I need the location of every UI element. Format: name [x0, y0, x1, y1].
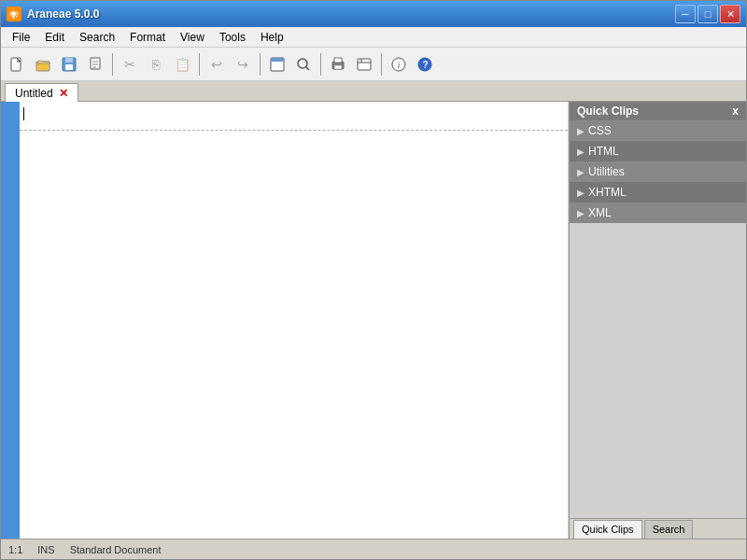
title-bar-left: 🕷 Araneae 5.0.0 [7, 7, 99, 21]
svg-text:?: ? [423, 60, 429, 70]
menu-view[interactable]: View [173, 29, 212, 46]
undo-button[interactable]: ↩ [204, 52, 229, 77]
footer-tab-clips[interactable]: Quick Clips [573, 520, 642, 539]
quick-clips-close[interactable]: x [732, 105, 739, 118]
sidebar-item-label-xml: XML [588, 206, 612, 219]
cut-button[interactable]: ✂ [118, 52, 142, 77]
svg-line-12 [306, 67, 309, 70]
sidebar-item-xhtml[interactable]: ▶ XHTML [570, 182, 746, 203]
copy-button[interactable]: ⎘ [144, 52, 168, 77]
main-area: Quick Clips x ▶ CSS ▶ HTML ▶ Utilities ▶ [1, 102, 746, 539]
sidebar-item-css[interactable]: ▶ CSS [570, 120, 746, 141]
separator-3 [260, 53, 261, 76]
svg-rect-15 [334, 65, 342, 69]
menu-tools[interactable]: Tools [212, 29, 253, 46]
editor-pane[interactable] [20, 102, 569, 539]
svg-rect-3 [65, 58, 73, 63]
tab-untitled[interactable]: Untitled ✕ [5, 83, 78, 102]
arrow-icon-html: ▶ [577, 147, 585, 157]
title-bar: 🕷 Araneae 5.0.0 ─ □ ✕ [1, 1, 746, 27]
tab-close-button[interactable]: ✕ [59, 87, 68, 100]
sidebar-item-label-xhtml: XHTML [588, 186, 627, 199]
app-icon: 🕷 [7, 7, 21, 21]
quick-clips-items: ▶ CSS ▶ HTML ▶ Utilities ▶ XHTML ▶ XML [570, 120, 746, 223]
cursor-position: 1:1 [8, 544, 22, 555]
menu-format[interactable]: Format [122, 29, 173, 46]
quick-clips-footer: Quick Clips Search [570, 518, 746, 539]
text-cursor [23, 107, 24, 120]
quick-clips-title: Quick Clips [577, 105, 639, 118]
help-button[interactable]: ? [413, 52, 437, 77]
minimize-button[interactable]: ─ [675, 5, 696, 23]
quick-clips-body [570, 223, 746, 518]
menu-file[interactable]: File [5, 29, 37, 46]
main-window: 🕷 Araneae 5.0.0 ─ □ ✕ File Edit Search F… [0, 0, 747, 560]
sidebar-item-label-css: CSS [588, 124, 612, 137]
print-preview-button[interactable] [83, 52, 107, 77]
quick-clips-panel: Quick Clips x ▶ CSS ▶ HTML ▶ Utilities ▶ [569, 102, 746, 539]
open-button[interactable] [31, 52, 55, 77]
svg-point-11 [298, 59, 307, 68]
new-button[interactable] [5, 52, 29, 77]
menu-bar: File Edit Search Format View Tools Help [1, 27, 746, 48]
svg-rect-10 [271, 58, 284, 62]
tab-bar: Untitled ✕ [1, 81, 746, 102]
separator-5 [381, 53, 382, 76]
document-type: Standard Document [70, 544, 162, 555]
tab-label: Untitled [15, 87, 53, 100]
arrow-icon-css: ▶ [577, 126, 585, 136]
separator-1 [112, 53, 113, 76]
svg-rect-16 [358, 59, 371, 70]
svg-rect-14 [334, 58, 342, 63]
line-numbers [1, 102, 20, 539]
sidebar-item-utilities[interactable]: ▶ Utilities [570, 161, 746, 182]
menu-search[interactable]: Search [72, 29, 122, 46]
insert-mode: INS [37, 544, 54, 555]
view-code-button[interactable] [265, 52, 289, 77]
info-button[interactable]: i [387, 52, 411, 77]
svg-rect-4 [65, 64, 73, 70]
status-bar: 1:1 INS Standard Document [1, 539, 746, 559]
paste-button[interactable]: 📋 [170, 52, 194, 77]
menu-help[interactable]: Help [253, 29, 291, 46]
footer-tab-search[interactable]: Search [644, 520, 694, 539]
separator-2 [199, 53, 200, 76]
browser-button[interactable] [352, 52, 376, 77]
app-title: Araneae 5.0.0 [27, 7, 99, 21]
page-break-line [20, 130, 568, 131]
toolbar: ✂ ⎘ 📋 ↩ ↪ i ? [1, 48, 746, 81]
sidebar-item-html[interactable]: ▶ HTML [570, 141, 746, 161]
sidebar-item-xml[interactable]: ▶ XML [570, 203, 746, 223]
sidebar-item-label-utilities: Utilities [588, 165, 625, 178]
redo-button[interactable]: ↪ [231, 52, 255, 77]
find-button[interactable] [291, 52, 316, 77]
arrow-icon-xhtml: ▶ [577, 188, 585, 198]
maximize-button[interactable]: □ [698, 5, 718, 23]
save-button[interactable] [57, 52, 81, 77]
close-button[interactable]: ✕ [720, 5, 740, 23]
arrow-icon-xml: ▶ [577, 208, 585, 218]
menu-edit[interactable]: Edit [37, 29, 72, 46]
quick-clips-header: Quick Clips x [570, 102, 746, 120]
window-controls: ─ □ ✕ [675, 5, 740, 23]
sidebar-item-label-html: HTML [588, 145, 619, 158]
print-button[interactable] [326, 52, 350, 77]
arrow-icon-utilities: ▶ [577, 167, 585, 177]
separator-4 [320, 53, 321, 76]
